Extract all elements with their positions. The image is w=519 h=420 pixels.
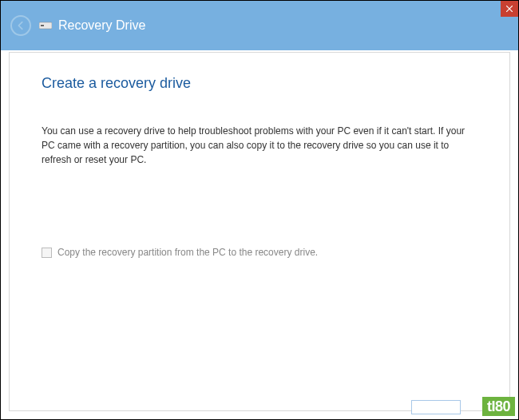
next-button[interactable] (411, 400, 461, 414)
back-arrow-icon (15, 20, 26, 31)
page-description: You can use a recovery drive to help tro… (42, 124, 477, 167)
back-button (10, 15, 31, 36)
wizard-content: Create a recovery drive You can use a re… (9, 52, 510, 411)
svg-rect-1 (41, 25, 44, 26)
close-button[interactable] (501, 1, 518, 17)
page-heading: Create a recovery drive (42, 75, 477, 92)
titlebar: Recovery Drive (1, 1, 518, 50)
copy-partition-label: Copy the recovery partition from the PC … (57, 247, 318, 258)
drive-icon (39, 21, 52, 30)
close-icon (506, 6, 513, 12)
copy-partition-checkbox (42, 248, 52, 258)
watermark: tI80 (482, 397, 515, 416)
window-title: Recovery Drive (58, 18, 145, 33)
copy-partition-checkbox-row: Copy the recovery partition from the PC … (42, 247, 477, 258)
